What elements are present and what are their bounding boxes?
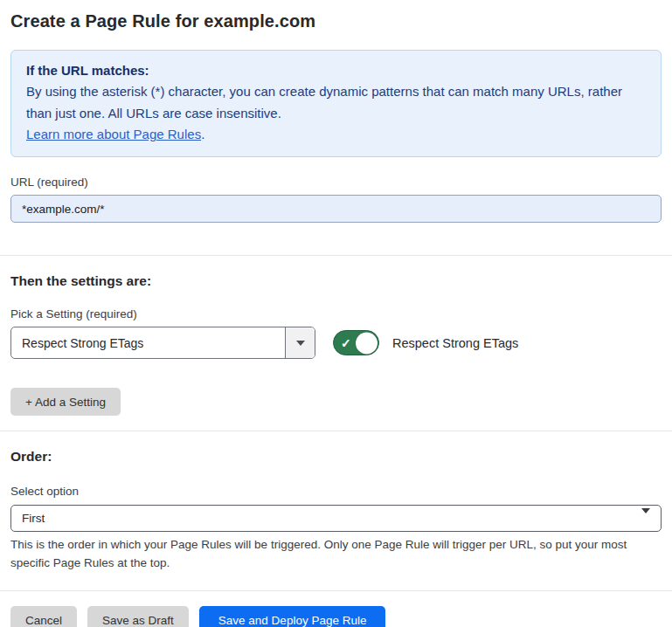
- divider: [0, 255, 672, 256]
- info-link-line: Learn more about Page Rules.: [26, 124, 646, 145]
- chevron-down-icon: [296, 341, 305, 346]
- setting-toggle-label: Respect Strong ETags: [392, 336, 518, 350]
- link-period: .: [201, 127, 204, 141]
- add-setting-button[interactable]: + Add a Setting: [10, 388, 121, 416]
- setting-dropdown-arrow-button[interactable]: [285, 327, 315, 358]
- setting-dropdown[interactable]: Respect Strong ETags: [10, 327, 315, 359]
- setting-row: Respect Strong ETags ✓ Respect Strong ET…: [10, 327, 662, 359]
- cancel-button[interactable]: Cancel: [10, 606, 77, 627]
- order-help-text: This is the order in which your Page Rul…: [10, 536, 657, 573]
- divider: [0, 431, 672, 431]
- order-select-label: Select option: [10, 485, 662, 498]
- settings-section-heading: Then the settings are:: [10, 273, 662, 289]
- toggle-knob: [356, 332, 378, 354]
- save-deploy-button[interactable]: Save and Deploy Page Rule: [199, 606, 386, 627]
- info-box-heading: If the URL matches:: [26, 60, 646, 81]
- footer-actions: Cancel Save as Draft Save and Deploy Pag…: [10, 606, 662, 627]
- create-page-rule-form: Create a Page Rule for example.com If th…: [0, 11, 672, 627]
- page-title: Create a Page Rule for example.com: [10, 11, 662, 31]
- order-select[interactable]: First: [10, 505, 662, 532]
- url-input[interactable]: [10, 195, 662, 223]
- chevron-down-icon: [641, 513, 650, 527]
- url-match-info-box: If the URL matches: By using the asteris…: [10, 50, 662, 157]
- url-field-label: URL (required): [10, 176, 662, 189]
- divider: [0, 590, 672, 591]
- learn-more-link[interactable]: Learn more about Page Rules: [26, 127, 201, 141]
- info-box-body: By using the asterisk (*) character, you…: [26, 81, 646, 124]
- setting-toggle[interactable]: ✓: [333, 330, 379, 355]
- order-select-value: First: [22, 512, 45, 525]
- save-draft-button[interactable]: Save as Draft: [87, 606, 189, 627]
- setting-dropdown-value: Respect Strong ETags: [11, 327, 285, 358]
- setting-picker-label: Pick a Setting (required): [10, 307, 662, 320]
- order-section-heading: Order:: [10, 449, 662, 465]
- check-icon: ✓: [341, 336, 351, 348]
